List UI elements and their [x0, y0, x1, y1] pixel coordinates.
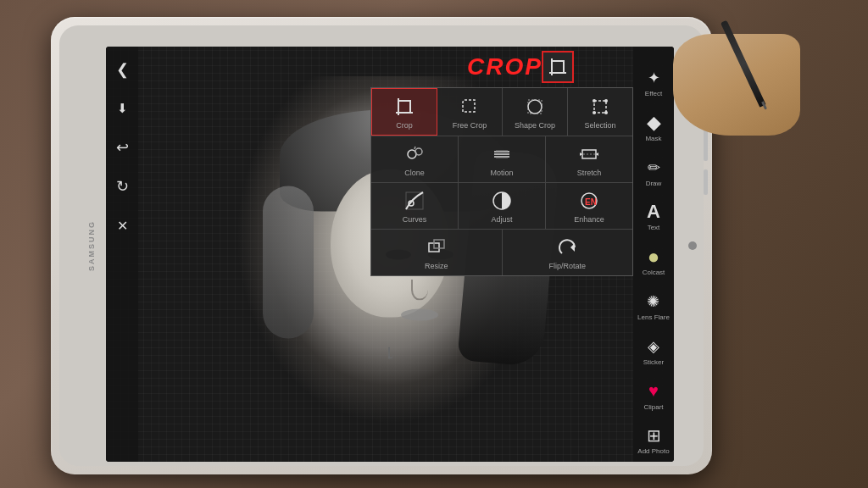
adjust-label: Adjust	[491, 215, 512, 224]
svg-point-6	[528, 100, 542, 114]
sticker-tool[interactable]: ◈ Sticker	[641, 332, 666, 370]
svg-marker-32	[570, 243, 575, 252]
free-crop-icon	[457, 94, 482, 119]
adjust-dropdown-item[interactable]: Adjust	[459, 183, 546, 229]
resize-label: Resize	[425, 262, 448, 270]
sticker-label: Sticker	[643, 359, 664, 367]
redo-button[interactable]: ↻	[112, 176, 132, 197]
motion-label: Motion	[490, 169, 513, 177]
nose	[411, 280, 428, 301]
adjust-icon	[489, 188, 515, 214]
selection-icon	[587, 94, 613, 119]
crop-dropdown-label: Crop	[396, 121, 413, 130]
lens-flare-icon: ✺	[643, 291, 665, 313]
shape-crop-icon	[522, 94, 548, 119]
tablet-inner: SAMSUNG	[59, 25, 704, 466]
flip-rotate-label: Flip/Rotate	[548, 262, 586, 270]
dropdown-row-2: Clone Motion	[371, 136, 632, 183]
resize-dropdown-item[interactable]: Resize	[371, 230, 503, 275]
dropdown-panel: Crop Free Crop	[370, 87, 633, 276]
curves-icon	[402, 188, 427, 214]
svg-rect-25	[406, 192, 423, 209]
hair-left	[263, 186, 314, 339]
right-toolbar: ✦ Effect ◆ Mask ✏ Draw A Text ● Colcas	[633, 47, 674, 462]
stretch-icon	[576, 141, 602, 167]
enhance-icon: EN	[576, 188, 602, 214]
clipart-label: Clipart	[643, 404, 663, 412]
motion-icon	[489, 141, 515, 167]
crop-icon-button[interactable]	[542, 51, 574, 83]
enhance-dropdown-item[interactable]: EN Enhance	[546, 183, 632, 229]
mask-icon: ◆	[643, 112, 665, 134]
clone-icon	[402, 141, 427, 167]
svg-rect-3	[398, 101, 410, 113]
add-photo-icon: ⊞	[643, 424, 665, 446]
draw-tool[interactable]: ✏ Draw	[641, 153, 666, 191]
draw-icon: ✏	[643, 157, 665, 179]
crop-label: CROP	[467, 53, 542, 80]
svg-point-12	[604, 111, 608, 114]
save-button[interactable]: ⬇	[112, 98, 132, 119]
mask-tool[interactable]: ◆ Mask	[641, 108, 666, 147]
dropdown-row-3: Curves Adjust	[371, 183, 632, 230]
colcast-icon: ●	[643, 246, 665, 268]
colcast-tool[interactable]: ● Colcast	[641, 242, 667, 280]
text-label: Text	[648, 225, 660, 232]
svg-rect-8	[594, 101, 606, 113]
left-toolbar: ❮ ⬇ ↩ ↻ ✕	[106, 47, 138, 462]
stretch-dropdown-item[interactable]: Stretch	[546, 136, 632, 182]
svg-point-11	[593, 111, 596, 114]
undo-button[interactable]: ↩	[112, 137, 132, 158]
add-photo-label: Add Photo	[637, 448, 669, 456]
samsung-brand: SAMSUNG	[87, 220, 96, 271]
svg-point-10	[604, 99, 608, 103]
draw-label: Draw	[646, 180, 662, 188]
flip-rotate-dropdown-item[interactable]: Flip/Rotate	[503, 230, 633, 275]
clone-dropdown-item[interactable]: Clone	[371, 136, 459, 182]
selection-label: Selection	[584, 121, 615, 130]
svg-rect-0	[552, 61, 564, 73]
svg-text:EN: EN	[585, 197, 597, 207]
dropdown-row-4: Resize Flip/Rotate	[371, 230, 632, 275]
free-crop-dropdown-item[interactable]: Free Crop	[437, 88, 503, 136]
add-photo-tool[interactable]: ⊞ Add Photo	[636, 421, 670, 459]
curves-label: Curves	[403, 215, 427, 224]
crop-icon	[548, 58, 567, 76]
effect-label: Effect	[645, 91, 662, 98]
flip-rotate-icon	[554, 235, 580, 260]
dropdown-row-1: Crop Free Crop	[371, 88, 632, 136]
lens-flare-label: Lens Flare	[637, 314, 670, 322]
clone-label: Clone	[404, 169, 425, 177]
share-button[interactable]: ❮	[112, 59, 132, 80]
clipart-tool[interactable]: ♥ Clipart	[641, 377, 666, 415]
volume-up-button[interactable]	[704, 127, 708, 161]
sticker-icon: ◈	[643, 336, 665, 358]
enhance-label: Enhance	[574, 215, 604, 224]
selection-dropdown-item[interactable]: Selection	[568, 88, 632, 136]
front-camera	[688, 241, 697, 250]
earring	[388, 347, 393, 359]
tablet-device: SAMSUNG	[51, 17, 712, 474]
volume-down-button[interactable]	[704, 169, 708, 195]
stretch-label: Stretch	[577, 169, 602, 177]
crop-dropdown-icon	[392, 94, 417, 119]
text-tool[interactable]: A Text	[641, 197, 666, 236]
clipart-icon: ♥	[643, 380, 665, 402]
shape-crop-dropdown-item[interactable]: Shape Crop	[503, 88, 568, 136]
effect-tool[interactable]: ✦ Effect	[641, 64, 666, 102]
svg-point-9	[593, 99, 596, 103]
crop-dropdown-item[interactable]: Crop	[371, 88, 437, 136]
close-button[interactable]: ✕	[112, 215, 132, 236]
effect-icon: ✦	[643, 67, 665, 89]
lips	[401, 309, 438, 321]
colcast-label: Colcast	[643, 269, 665, 277]
mask-label: Mask	[645, 136, 661, 143]
lens-flare-tool[interactable]: ✺ Lens Flare	[636, 287, 671, 325]
motion-dropdown-item[interactable]: Motion	[459, 136, 546, 182]
screen: ❮ ⬇ ↩ ↻ ✕ ✦ Effect ◆ Mask ✏ Draw	[106, 47, 674, 462]
text-icon: A	[643, 201, 665, 223]
free-crop-label: Free Crop	[453, 121, 487, 130]
svg-line-15	[415, 147, 415, 149]
curves-dropdown-item[interactable]: Curves	[371, 183, 459, 229]
shape-crop-label: Shape Crop	[515, 121, 555, 130]
